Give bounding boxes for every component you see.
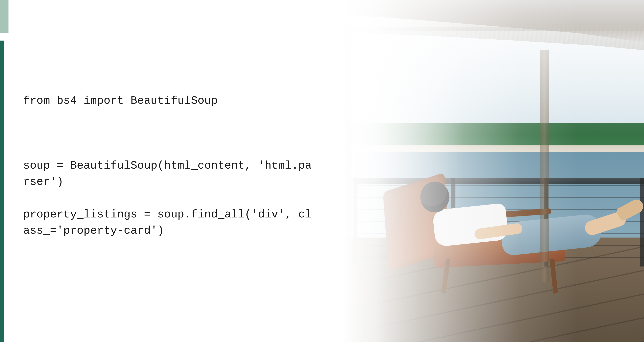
code-block: from bs4 import BeautifulSoup soup = Bea… bbox=[23, 93, 316, 239]
wood-post bbox=[540, 50, 549, 282]
accent-bar-top bbox=[0, 0, 8, 33]
slide: from bs4 import BeautifulSoup soup = Bea… bbox=[0, 0, 644, 342]
code-text: from bs4 import BeautifulSoup soup = Bea… bbox=[23, 93, 316, 239]
wood-post bbox=[328, 0, 351, 342]
railing-top bbox=[353, 178, 644, 184]
railing-post bbox=[353, 178, 357, 266]
thatched-roof-fringe bbox=[316, 27, 644, 50]
hero-photo bbox=[316, 0, 644, 342]
railing-post bbox=[640, 178, 644, 266]
accent-bar-side bbox=[0, 41, 4, 342]
